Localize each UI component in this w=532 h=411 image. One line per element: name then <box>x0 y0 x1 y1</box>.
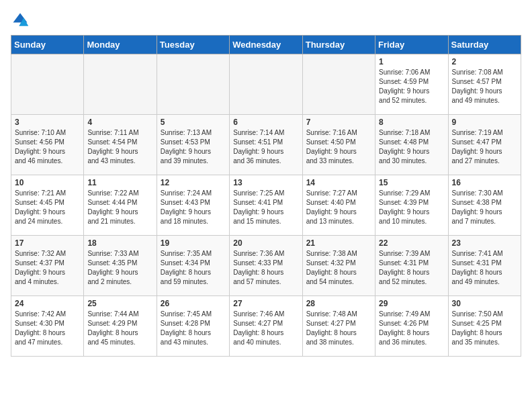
day-number: 20 <box>233 238 298 248</box>
calendar-week-row: 3Sunrise: 7:10 AM Sunset: 4:56 PM Daylig… <box>11 115 521 175</box>
calendar-week-row: 1Sunrise: 7:06 AM Sunset: 4:59 PM Daylig… <box>11 54 521 115</box>
day-number: 14 <box>306 178 371 187</box>
day-info: Sunrise: 7:45 AM Sunset: 4:28 PM Dayligh… <box>161 310 226 347</box>
calendar-day-cell: 29Sunrise: 7:49 AM Sunset: 4:26 PM Dayli… <box>375 296 448 357</box>
day-number: 10 <box>15 178 80 187</box>
weekday-header: Monday <box>84 36 157 54</box>
calendar-day-cell: 30Sunrise: 7:50 AM Sunset: 4:25 PM Dayli… <box>448 296 521 357</box>
day-info: Sunrise: 7:21 AM Sunset: 4:45 PM Dayligh… <box>15 189 80 226</box>
calendar-day-cell <box>157 54 229 115</box>
day-info: Sunrise: 7:41 AM Sunset: 4:31 PM Dayligh… <box>452 249 517 287</box>
calendar-day-cell: 1Sunrise: 7:06 AM Sunset: 4:59 PM Daylig… <box>375 54 448 115</box>
day-info: Sunrise: 7:10 AM Sunset: 4:56 PM Dayligh… <box>15 128 80 166</box>
day-number: 24 <box>15 299 80 308</box>
day-info: Sunrise: 7:18 AM Sunset: 4:48 PM Dayligh… <box>379 128 444 166</box>
day-number: 29 <box>379 299 444 308</box>
calendar-day-cell: 4Sunrise: 7:11 AM Sunset: 4:54 PM Daylig… <box>84 115 157 175</box>
weekday-header: Sunday <box>11 36 84 54</box>
day-number: 3 <box>15 118 80 127</box>
calendar-day-cell: 22Sunrise: 7:39 AM Sunset: 4:31 PM Dayli… <box>375 236 448 296</box>
day-number: 25 <box>87 299 152 308</box>
weekday-header: Thursday <box>302 36 375 54</box>
day-info: Sunrise: 7:19 AM Sunset: 4:47 PM Dayligh… <box>452 128 517 166</box>
calendar-day-cell: 3Sunrise: 7:10 AM Sunset: 4:56 PM Daylig… <box>11 115 84 175</box>
day-info: Sunrise: 7:29 AM Sunset: 4:39 PM Dayligh… <box>379 189 444 226</box>
day-number: 22 <box>379 238 444 248</box>
calendar-day-cell: 16Sunrise: 7:30 AM Sunset: 4:38 PM Dayli… <box>448 175 521 236</box>
day-number: 17 <box>15 238 80 248</box>
day-info: Sunrise: 7:14 AM Sunset: 4:51 PM Dayligh… <box>233 128 298 166</box>
day-info: Sunrise: 7:08 AM Sunset: 4:57 PM Dayligh… <box>452 68 517 105</box>
day-info: Sunrise: 7:35 AM Sunset: 4:34 PM Dayligh… <box>161 249 226 287</box>
calendar-day-cell: 24Sunrise: 7:42 AM Sunset: 4:30 PM Dayli… <box>11 296 84 357</box>
calendar-day-cell: 26Sunrise: 7:45 AM Sunset: 4:28 PM Dayli… <box>157 296 229 357</box>
calendar-day-cell: 27Sunrise: 7:46 AM Sunset: 4:27 PM Dayli… <box>230 296 302 357</box>
calendar-day-cell <box>11 54 84 115</box>
day-number: 27 <box>233 299 298 308</box>
day-number: 9 <box>452 118 517 127</box>
calendar-day-cell: 2Sunrise: 7:08 AM Sunset: 4:57 PM Daylig… <box>448 54 521 115</box>
day-number: 16 <box>452 178 517 187</box>
weekday-header: Saturday <box>448 36 521 54</box>
calendar-day-cell <box>230 54 302 115</box>
day-number: 21 <box>306 238 371 248</box>
day-number: 18 <box>87 238 152 248</box>
calendar-day-cell <box>84 54 157 115</box>
calendar-day-cell: 6Sunrise: 7:14 AM Sunset: 4:51 PM Daylig… <box>230 115 302 175</box>
calendar-header-row: SundayMondayTuesdayWednesdayThursdayFrid… <box>11 36 521 54</box>
weekday-header: Tuesday <box>157 36 229 54</box>
day-number: 2 <box>452 57 517 66</box>
calendar-day-cell: 23Sunrise: 7:41 AM Sunset: 4:31 PM Dayli… <box>448 236 521 296</box>
weekday-header: Wednesday <box>230 36 302 54</box>
calendar-week-row: 17Sunrise: 7:32 AM Sunset: 4:37 PM Dayli… <box>11 236 521 296</box>
calendar-day-cell: 28Sunrise: 7:48 AM Sunset: 4:27 PM Dayli… <box>302 296 375 357</box>
day-info: Sunrise: 7:24 AM Sunset: 4:43 PM Dayligh… <box>161 189 226 226</box>
calendar-week-row: 10Sunrise: 7:21 AM Sunset: 4:45 PM Dayli… <box>11 175 521 236</box>
day-number: 5 <box>161 118 226 127</box>
calendar-day-cell: 17Sunrise: 7:32 AM Sunset: 4:37 PM Dayli… <box>11 236 84 296</box>
day-number: 1 <box>379 57 444 66</box>
calendar-day-cell: 10Sunrise: 7:21 AM Sunset: 4:45 PM Dayli… <box>11 175 84 236</box>
day-info: Sunrise: 7:25 AM Sunset: 4:41 PM Dayligh… <box>233 189 298 226</box>
calendar-day-cell: 7Sunrise: 7:16 AM Sunset: 4:50 PM Daylig… <box>302 115 375 175</box>
calendar-day-cell: 8Sunrise: 7:18 AM Sunset: 4:48 PM Daylig… <box>375 115 448 175</box>
day-info: Sunrise: 7:49 AM Sunset: 4:26 PM Dayligh… <box>379 310 444 347</box>
calendar-day-cell: 25Sunrise: 7:44 AM Sunset: 4:29 PM Dayli… <box>84 296 157 357</box>
day-info: Sunrise: 7:22 AM Sunset: 4:44 PM Dayligh… <box>87 189 152 226</box>
day-number: 28 <box>306 299 371 308</box>
day-number: 30 <box>452 299 517 308</box>
day-info: Sunrise: 7:36 AM Sunset: 4:33 PM Dayligh… <box>233 249 298 287</box>
calendar-table: SundayMondayTuesdayWednesdayThursdayFrid… <box>11 35 521 357</box>
day-info: Sunrise: 7:11 AM Sunset: 4:54 PM Dayligh… <box>87 128 152 166</box>
day-number: 26 <box>161 299 226 308</box>
calendar-day-cell: 12Sunrise: 7:24 AM Sunset: 4:43 PM Dayli… <box>157 175 229 236</box>
calendar-day-cell: 20Sunrise: 7:36 AM Sunset: 4:33 PM Dayli… <box>230 236 302 296</box>
day-info: Sunrise: 7:06 AM Sunset: 4:59 PM Dayligh… <box>379 68 444 105</box>
calendar-day-cell: 15Sunrise: 7:29 AM Sunset: 4:39 PM Dayli… <box>375 175 448 236</box>
day-number: 7 <box>306 118 371 127</box>
day-info: Sunrise: 7:46 AM Sunset: 4:27 PM Dayligh… <box>233 310 298 347</box>
calendar-day-cell: 5Sunrise: 7:13 AM Sunset: 4:53 PM Daylig… <box>157 115 229 175</box>
day-info: Sunrise: 7:27 AM Sunset: 4:40 PM Dayligh… <box>306 189 371 226</box>
day-number: 19 <box>161 238 226 248</box>
page-header <box>11 11 521 30</box>
calendar-day-cell: 13Sunrise: 7:25 AM Sunset: 4:41 PM Dayli… <box>230 175 302 236</box>
calendar-day-cell: 21Sunrise: 7:38 AM Sunset: 4:32 PM Dayli… <box>302 236 375 296</box>
day-info: Sunrise: 7:32 AM Sunset: 4:37 PM Dayligh… <box>15 249 80 287</box>
day-number: 6 <box>233 118 298 127</box>
day-info: Sunrise: 7:44 AM Sunset: 4:29 PM Dayligh… <box>87 310 152 347</box>
day-info: Sunrise: 7:42 AM Sunset: 4:30 PM Dayligh… <box>15 310 80 347</box>
calendar-day-cell: 14Sunrise: 7:27 AM Sunset: 4:40 PM Dayli… <box>302 175 375 236</box>
day-info: Sunrise: 7:39 AM Sunset: 4:31 PM Dayligh… <box>379 249 444 287</box>
calendar-day-cell: 19Sunrise: 7:35 AM Sunset: 4:34 PM Dayli… <box>157 236 229 296</box>
day-info: Sunrise: 7:16 AM Sunset: 4:50 PM Dayligh… <box>306 128 371 166</box>
day-info: Sunrise: 7:38 AM Sunset: 4:32 PM Dayligh… <box>306 249 371 287</box>
day-number: 4 <box>87 118 152 127</box>
day-info: Sunrise: 7:13 AM Sunset: 4:53 PM Dayligh… <box>161 128 226 166</box>
calendar-day-cell: 18Sunrise: 7:33 AM Sunset: 4:35 PM Dayli… <box>84 236 157 296</box>
day-number: 12 <box>161 178 226 187</box>
day-number: 15 <box>379 178 444 187</box>
day-info: Sunrise: 7:30 AM Sunset: 4:38 PM Dayligh… <box>452 189 517 226</box>
calendar-day-cell <box>302 54 375 115</box>
day-number: 13 <box>233 178 298 187</box>
